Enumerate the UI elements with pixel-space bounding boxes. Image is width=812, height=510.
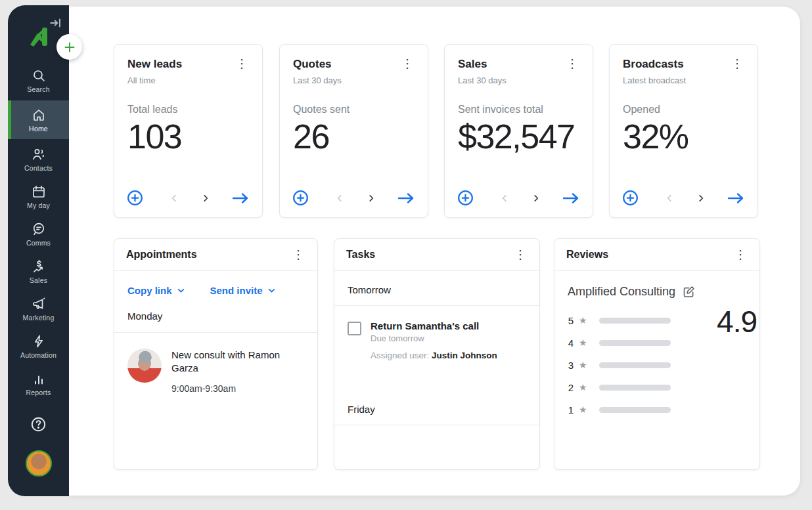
- sidebar-item-contacts[interactable]: Contacts: [8, 142, 69, 177]
- go-to-report-arrow-icon[interactable]: [562, 192, 579, 205]
- chevron-right-icon[interactable]: [201, 194, 210, 203]
- tasks-panel: Tasks ⋮ Tomorrow Return Samantha's call …: [334, 238, 540, 470]
- metric-value: 32%: [623, 117, 744, 156]
- main-content-panel: New leads ⋮ All time Total leads 103: [69, 7, 800, 496]
- appointment-time: 9:00am-9:30am: [171, 383, 290, 394]
- panel-title: Tasks: [346, 249, 375, 261]
- day-heading: Monday: [114, 307, 317, 333]
- lightning-icon: [31, 333, 47, 349]
- sidebar: Search Home Contacts My day Comms Sales …: [8, 5, 69, 496]
- sidebar-item-reports[interactable]: Reports: [8, 366, 69, 401]
- stat-card-new-leads: New leads ⋮ All time Total leads 103: [114, 44, 263, 218]
- sidebar-item-marketing[interactable]: Marketing: [8, 291, 69, 326]
- chevron-left-icon[interactable]: [500, 194, 509, 203]
- chevron-right-icon[interactable]: [531, 194, 541, 203]
- rating-breakdown: 4.9 5 ★ 4 ★ 3 ★ 2 ★ 1: [554, 303, 759, 421]
- task-due-date: Due tomorrow: [371, 333, 497, 343]
- day-heading: Friday: [334, 391, 539, 425]
- chevron-right-icon[interactable]: [367, 194, 376, 203]
- panel-title: Appointments: [126, 249, 197, 261]
- copy-link-button[interactable]: Copy link: [127, 285, 185, 296]
- stat-card-broadcasts: Broadcasts ⋮ Latest broadcast Opened 32%: [609, 44, 758, 218]
- sidebar-item-home[interactable]: Home: [8, 100, 69, 139]
- add-circle-icon[interactable]: [457, 189, 474, 207]
- task-assigned: Assigned user: Justin Johnson: [371, 351, 497, 360]
- send-invite-button[interactable]: Send invite: [210, 285, 276, 296]
- star-icon: ★: [579, 315, 589, 326]
- go-to-report-arrow-icon[interactable]: [727, 192, 744, 205]
- add-circle-icon[interactable]: [621, 189, 639, 207]
- help-icon[interactable]: [30, 415, 47, 436]
- appointments-panel: Appointments ⋮ Copy link Send invite Mon…: [114, 238, 318, 470]
- search-icon: [31, 68, 47, 83]
- user-avatar[interactable]: [26, 450, 52, 477]
- bar-chart-icon: [31, 371, 47, 387]
- kebab-menu-icon[interactable]: ⋮: [730, 58, 744, 70]
- sidebar-item-sales[interactable]: Sales: [8, 254, 69, 289]
- appointment-title: New consult with Ramon Garza: [171, 349, 290, 375]
- chat-icon: [31, 221, 47, 237]
- rating-row: 1 ★: [568, 398, 746, 421]
- chevron-right-icon[interactable]: [696, 194, 706, 203]
- average-rating: 4.9: [717, 304, 757, 339]
- card-title: Sales: [458, 58, 487, 71]
- business-name: Amplified Consulting: [568, 285, 675, 299]
- rating-bar: [599, 340, 671, 346]
- metric-value: $32,547: [458, 117, 579, 156]
- metric-label: Opened: [623, 104, 744, 116]
- calendar-icon: [31, 184, 47, 200]
- go-to-report-arrow-icon[interactable]: [397, 192, 415, 205]
- add-circle-icon[interactable]: [292, 189, 309, 207]
- sidebar-item-my-day[interactable]: My day: [8, 179, 69, 214]
- kebab-menu-icon[interactable]: ⋮: [565, 58, 579, 70]
- card-title: New leads: [127, 58, 182, 71]
- kebab-menu-icon[interactable]: ⋮: [400, 58, 415, 70]
- chevron-left-icon[interactable]: [335, 194, 344, 203]
- plus-icon: [62, 40, 77, 54]
- go-to-report-arrow-icon[interactable]: [232, 192, 249, 205]
- megaphone-icon: [31, 296, 47, 312]
- rating-bar: [599, 362, 671, 368]
- expand-sidebar-icon[interactable]: [49, 16, 63, 33]
- kebab-menu-icon[interactable]: ⋮: [733, 249, 748, 261]
- rating-bar: [599, 318, 671, 324]
- kebab-menu-icon[interactable]: ⋮: [513, 249, 528, 261]
- chevron-down-icon: [177, 286, 185, 295]
- sidebar-item-search[interactable]: Search: [8, 63, 69, 98]
- keap-logo[interactable]: [28, 25, 50, 49]
- kebab-menu-icon[interactable]: ⋮: [235, 58, 249, 70]
- add-new-button[interactable]: [56, 34, 82, 60]
- dollar-trend-icon: [31, 259, 47, 274]
- panel-title: Reviews: [566, 249, 608, 261]
- metric-label: Quotes sent: [293, 104, 415, 116]
- metric-label: Total leads: [127, 104, 249, 116]
- card-subtitle: Latest broadcast: [623, 75, 744, 85]
- assigned-label: Assigned user:: [371, 351, 429, 360]
- sidebar-item-comms[interactable]: Comms: [8, 217, 69, 251]
- edit-icon[interactable]: [682, 285, 696, 299]
- task-title: Return Samantha's call: [371, 320, 497, 331]
- rating-bar: [599, 407, 671, 413]
- contact-avatar: [127, 349, 162, 383]
- kebab-menu-icon[interactable]: ⋮: [291, 249, 305, 261]
- sidebar-nav: Search Home Contacts My day Comms Sales …: [8, 63, 69, 404]
- star-icon: ★: [579, 360, 589, 370]
- rating-row: 2 ★: [568, 376, 746, 398]
- rating-row: 3 ★: [568, 354, 746, 376]
- task-item[interactable]: Return Samantha's call Due tomorrow Assi…: [334, 306, 539, 360]
- stat-card-quotes: Quotes ⋮ Last 30 days Quotes sent 26: [279, 44, 428, 218]
- chevron-left-icon[interactable]: [665, 194, 674, 203]
- metric-value: 26: [293, 117, 415, 156]
- card-title: Broadcasts: [623, 58, 684, 71]
- card-subtitle: All time: [127, 75, 249, 85]
- sidebar-item-automation[interactable]: Automation: [8, 329, 69, 364]
- chevron-left-icon[interactable]: [169, 194, 179, 203]
- appointment-item[interactable]: New consult with Ramon Garza 9:00am-9:30…: [114, 333, 317, 410]
- home-icon: [31, 107, 47, 123]
- task-checkbox[interactable]: [348, 322, 361, 335]
- day-heading: Tomorrow: [334, 271, 539, 306]
- add-circle-icon[interactable]: [126, 189, 144, 207]
- star-icon: ★: [579, 404, 589, 415]
- contacts-icon: [31, 146, 47, 162]
- reviews-panel: Reviews ⋮ Amplified Consulting 4.9 5 ★ 4…: [554, 238, 760, 470]
